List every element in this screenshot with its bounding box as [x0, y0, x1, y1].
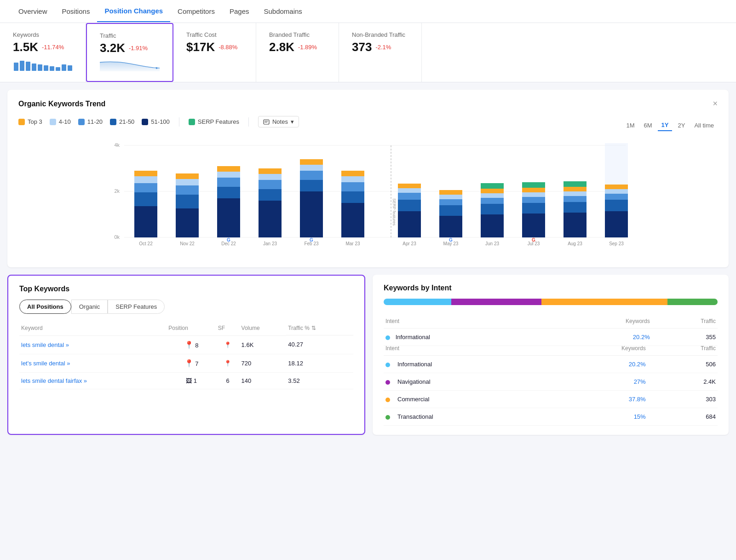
sf-icon-1: 📍 [184, 341, 194, 349]
svg-text:G: G [310, 237, 313, 242]
dot-commercial [385, 398, 390, 402]
volume-2: 720 [240, 354, 287, 372]
legend-11-20[interactable]: 11-20 [78, 118, 103, 125]
svg-rect-54 [341, 203, 364, 237]
svg-rect-99 [605, 189, 628, 194]
svg-rect-97 [605, 200, 628, 211]
pct-informational[interactable]: 20.2% [629, 361, 646, 368]
nav-overview[interactable]: Overview [11, 1, 55, 22]
legend-serp-features[interactable]: SERP Features [189, 118, 239, 125]
notes-button[interactable]: Notes ▾ [258, 116, 299, 127]
bar-mar23: Mar 23 [341, 171, 364, 246]
svg-rect-44 [259, 174, 282, 180]
sort-icon[interactable]: ⇅ [311, 325, 316, 331]
tab-serp-features[interactable]: SERP Features [108, 300, 165, 314]
svg-rect-31 [176, 179, 199, 185]
svg-rect-6 [50, 66, 54, 71]
svg-rect-32 [176, 173, 199, 179]
dot-transactional [385, 415, 390, 420]
metric-traffic-label: Traffic [100, 32, 160, 39]
kw-link-2[interactable]: let's smile dental » [21, 360, 70, 367]
metric-keywords-change: -11.74% [42, 44, 64, 51]
time-1y[interactable]: 1Y [658, 120, 673, 131]
pct-commercial[interactable]: 37.8% [629, 396, 646, 403]
col-intent-h: Intent [384, 341, 543, 356]
legend-separator2 [248, 117, 249, 127]
intent-row-commercial: Commercial 37.8% 303 [384, 391, 718, 408]
col-keyword: Keyword [19, 321, 167, 335]
svg-rect-36 [217, 178, 240, 187]
pct-navigational[interactable]: 27% [634, 378, 646, 385]
svg-rect-0 [14, 63, 18, 71]
nav-pages[interactable]: Pages [222, 1, 257, 22]
time-all[interactable]: All time [690, 120, 718, 131]
tab-organic[interactable]: Organic [71, 300, 108, 314]
svg-rect-100 [605, 185, 628, 189]
col-volume: Volume [240, 321, 287, 335]
svg-rect-70 [439, 190, 462, 195]
metric-traffic[interactable]: Traffic 3.2K -1.91% [86, 23, 173, 82]
legend-21-50[interactable]: 21-50 [110, 118, 134, 125]
svg-rect-83 [522, 192, 545, 197]
top-keywords-title: Top Keywords [19, 285, 353, 293]
svg-rect-92 [564, 187, 586, 191]
volume-1: 1.6K [240, 335, 287, 354]
tab-all-positions[interactable]: All Positions [19, 300, 71, 314]
time-2y[interactable]: 2Y [674, 120, 689, 131]
svg-text:G: G [227, 237, 230, 242]
legend-51-100[interactable]: 51-100 [142, 118, 169, 125]
time-filters: 1M 6M 1Y 2Y All time [622, 120, 718, 131]
svg-rect-81 [522, 203, 545, 214]
metric-traffic-cost[interactable]: Traffic Cost $17K -8.88% [173, 23, 256, 82]
intent-label-informational: Informational [396, 334, 430, 341]
svg-text:2k: 2k [114, 188, 120, 194]
svg-text:Nov 22: Nov 22 [180, 241, 195, 246]
metric-non-branded[interactable]: Non-Branded Traffic 373 -2.1% [339, 23, 422, 82]
col-position: Position [167, 321, 216, 335]
svg-rect-47 [300, 191, 323, 237]
nav-competitors[interactable]: Competitors [170, 1, 222, 22]
time-6m[interactable]: 6M [640, 120, 656, 131]
label-navigational: Navigational [397, 378, 431, 385]
svg-rect-43 [259, 180, 282, 189]
trend-title: Organic Keywords Trend [18, 100, 105, 108]
legend-4-10[interactable]: 4-10 [50, 118, 71, 125]
traffic-pct-3: 3.52 [286, 372, 353, 389]
chart-area: 4k 2k 0k SERP features Oct 22 [18, 139, 718, 258]
bar-apr23: Apr 23 [398, 184, 421, 246]
svg-rect-38 [217, 166, 240, 172]
keywords-chart: 4k 2k 0k SERP features Oct 22 [18, 139, 718, 258]
svg-rect-75 [481, 198, 504, 204]
col-traffic-h: Traffic [648, 341, 718, 356]
intent-row-transactional: Transactional 15% 684 [384, 408, 718, 426]
intent-row-informational: Informational 20.2% 506 [384, 356, 718, 373]
legend-separator [179, 117, 179, 127]
intent-pct-informational[interactable]: 20.2% [633, 334, 650, 341]
legend-top3[interactable]: Top 3 [18, 118, 42, 125]
close-trend-button[interactable]: × [713, 99, 718, 109]
svg-rect-58 [341, 171, 364, 176]
bar-aug23: Aug 23 [564, 181, 586, 246]
metric-keywords[interactable]: Keywords 1.5K -11.74% [0, 23, 86, 82]
svg-rect-9 [68, 65, 72, 71]
svg-rect-35 [217, 187, 240, 198]
pct-transactional[interactable]: 15% [634, 413, 646, 420]
svg-text:Aug 23: Aug 23 [568, 241, 582, 246]
time-1m[interactable]: 1M [622, 120, 638, 131]
metric-branded[interactable]: Branded Traffic 2.8K -1.89% [256, 23, 339, 82]
bar-dec22: Dec 22 G [217, 166, 240, 246]
kw-link-1[interactable]: lets smile dental » [21, 341, 69, 348]
legend-row: Top 3 4-10 11-20 21-50 51-100 SERP Fea [18, 116, 299, 127]
kw-link-3[interactable]: lets smile dental fairfax » [21, 377, 87, 384]
nav-position-changes[interactable]: Position Changes [97, 0, 170, 22]
dot-informational [385, 363, 390, 367]
metric-branded-label: Branded Traffic [269, 31, 326, 38]
intent-bar-informational [384, 299, 451, 305]
bar-oct22: Oct 22 [134, 171, 157, 246]
table-row: lets smile dental fairfax » 🖼 1 6 140 3.… [19, 372, 353, 389]
svg-rect-4 [38, 64, 42, 71]
nav-subdomains[interactable]: Subdomains [256, 1, 309, 22]
nav-positions[interactable]: Positions [55, 1, 98, 22]
metric-non-branded-value: 373 -2.1% [352, 40, 408, 54]
dot-informational [385, 335, 390, 340]
